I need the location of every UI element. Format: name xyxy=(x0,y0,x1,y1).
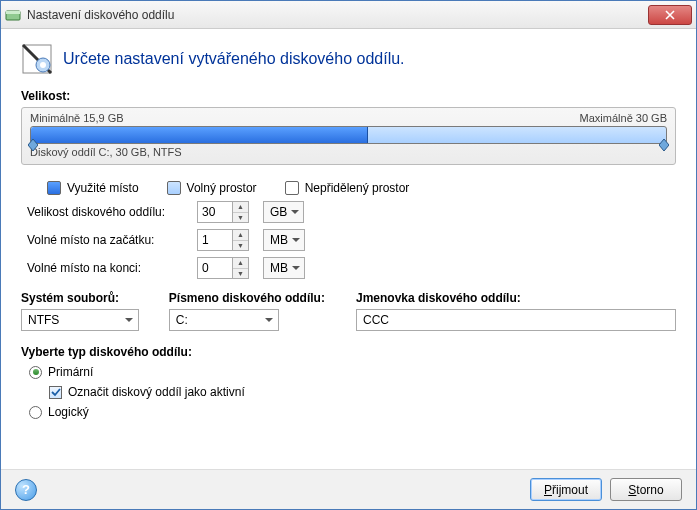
checkbox-active[interactable]: Označit diskový oddíl jako aktivní xyxy=(49,385,676,399)
chevron-down-icon[interactable]: ▼ xyxy=(233,213,248,223)
size-fields: Velikost diskového oddílu: ▲▼ GB Volné m… xyxy=(21,201,676,279)
help-icon[interactable]: ? xyxy=(15,479,37,501)
chevron-down-icon[interactable]: ▼ xyxy=(233,269,248,279)
fs-columns: Systém souborů: NTFS Písmeno diskového o… xyxy=(21,291,676,331)
page-title: Určete nastavení vytvářeného diskového o… xyxy=(63,50,405,68)
free-after-unit[interactable]: MB xyxy=(263,257,305,279)
size-min: Minimálně 15,9 GB xyxy=(30,112,124,124)
footer: ? Přijmout Storno xyxy=(1,469,696,509)
size-slider[interactable] xyxy=(30,126,667,144)
svg-rect-1 xyxy=(6,11,20,14)
volume-label-label: Jmenovka diskového oddílu: xyxy=(356,291,676,305)
legend-label-unallocated: Nepřidělený prostor xyxy=(305,181,410,195)
free-before-label: Volné místo na začátku: xyxy=(27,233,187,247)
legend: Využité místo Volný prostor Nepřidělený … xyxy=(21,175,676,201)
legend-swatch-unallocated xyxy=(285,181,299,195)
legend-free: Volný prostor xyxy=(167,181,257,195)
content-area: Určete nastavení vytvářeného diskového o… xyxy=(1,29,696,435)
partition-size-unit[interactable]: GB xyxy=(263,201,304,223)
radio-primary[interactable]: Primární xyxy=(29,365,676,379)
size-description: Diskový oddíl C:, 30 GB, NTFS xyxy=(30,146,667,158)
radio-logical-label: Logický xyxy=(48,405,89,419)
slider-handle-left[interactable] xyxy=(28,139,38,151)
radio-icon xyxy=(29,406,42,419)
free-after-label: Volné místo na konci: xyxy=(27,261,187,275)
free-after-spinner[interactable]: ▲▼ xyxy=(233,257,249,279)
filesystem-label: Systém souborů: xyxy=(21,291,139,305)
legend-label-free: Volný prostor xyxy=(187,181,257,195)
volume-label-input[interactable] xyxy=(356,309,676,331)
size-limits: Minimálně 15,9 GB Maximálně 30 GB xyxy=(30,112,667,124)
size-panel: Minimálně 15,9 GB Maximálně 30 GB Diskov… xyxy=(21,107,676,165)
legend-swatch-free xyxy=(167,181,181,195)
partition-size-input[interactable] xyxy=(197,201,233,223)
window-title: Nastavení diskového oddílu xyxy=(27,8,648,22)
legend-used: Využité místo xyxy=(47,181,139,195)
drive-letter-label: Písmeno diskového oddílu: xyxy=(169,291,326,305)
free-before-unit[interactable]: MB xyxy=(263,229,305,251)
partition-type-label: Vyberte typ diskového oddílu: xyxy=(21,345,676,359)
size-label: Velikost: xyxy=(21,89,676,103)
chevron-down-icon[interactable]: ▼ xyxy=(233,241,248,251)
legend-swatch-used xyxy=(47,181,61,195)
partition-size-label: Velikost diskového oddílu: xyxy=(27,205,187,219)
radio-primary-label: Primární xyxy=(48,365,93,379)
chevron-up-icon[interactable]: ▲ xyxy=(233,230,248,241)
legend-unallocated: Nepřidělený prostor xyxy=(285,181,410,195)
radio-logical[interactable]: Logický xyxy=(29,405,676,419)
accept-button[interactable]: Přijmout xyxy=(530,478,602,501)
dialog-window: Nastavení diskového oddílu Určete nastav… xyxy=(0,0,697,510)
titlebar: Nastavení diskového oddílu xyxy=(1,1,696,29)
slider-fill-used xyxy=(31,127,368,143)
free-after-input[interactable] xyxy=(197,257,233,279)
legend-label-used: Využité místo xyxy=(67,181,139,195)
partition-size-spinner[interactable]: ▲▼ xyxy=(233,201,249,223)
slider-handle-right[interactable] xyxy=(659,139,669,151)
svg-point-4 xyxy=(40,62,46,68)
filesystem-select[interactable]: NTFS xyxy=(21,309,139,331)
cancel-button[interactable]: Storno xyxy=(610,478,682,501)
close-button[interactable] xyxy=(648,5,692,25)
radio-icon xyxy=(29,366,42,379)
size-max: Maximálně 30 GB xyxy=(580,112,667,124)
free-before-input[interactable] xyxy=(197,229,233,251)
chevron-up-icon[interactable]: ▲ xyxy=(233,258,248,269)
header: Určete nastavení vytvářeného diskového o… xyxy=(21,43,676,75)
checkbox-active-label: Označit diskový oddíl jako aktivní xyxy=(68,385,245,399)
wizard-icon xyxy=(21,43,53,75)
chevron-up-icon[interactable]: ▲ xyxy=(233,202,248,213)
free-before-spinner[interactable]: ▲▼ xyxy=(233,229,249,251)
checkbox-icon xyxy=(49,386,62,399)
app-icon xyxy=(5,7,21,23)
close-icon xyxy=(665,10,675,20)
drive-letter-select[interactable]: C: xyxy=(169,309,279,331)
partition-type-group: Vyberte typ diskového oddílu: Primární O… xyxy=(21,345,676,419)
